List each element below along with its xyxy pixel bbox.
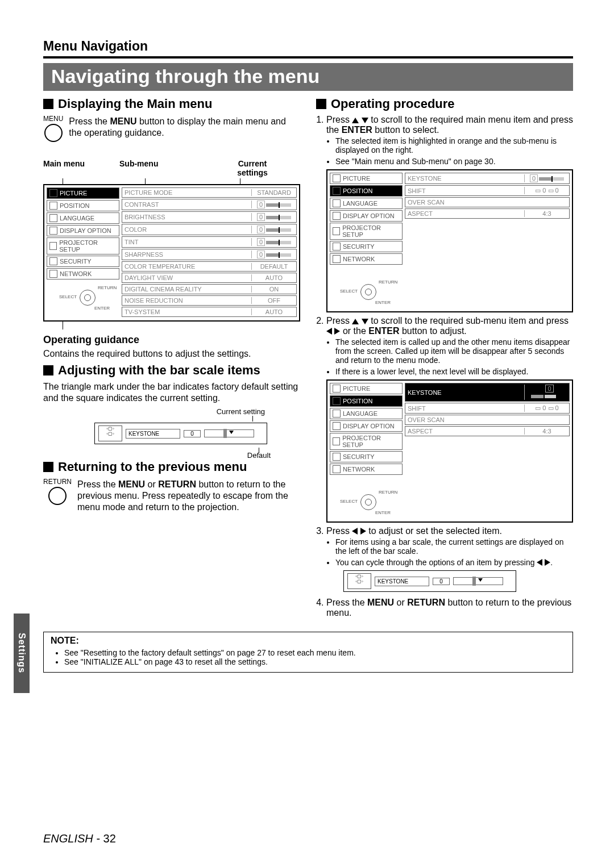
left-column: Displaying the Main menu MENU Press the … <box>43 97 300 621</box>
menu-item-icon <box>49 257 57 265</box>
osd-sub-item: OVER SCAN <box>405 197 570 207</box>
note-box: NOTE: See "Resetting to the factory defa… <box>43 632 573 673</box>
current-setting-pointer: Current setting <box>94 407 265 416</box>
note-item: See "INITIALIZE ALL" on page 43 to reset… <box>64 657 566 666</box>
osd-sub-item: ASPECT4:3 <box>405 426 570 436</box>
page-footer: ENGLISH - 32 <box>43 832 116 845</box>
side-tab-settings: Settings <box>14 614 30 693</box>
h-operating-guidance: Operating guidance <box>43 334 300 346</box>
osd-sub-item: KEYSTONE0 <box>405 173 570 184</box>
bullet-square-icon <box>43 99 53 109</box>
osd-main-item: LANGUAGE <box>47 212 119 224</box>
osd-main-menu: PICTUREPOSITIONLANGUAGEDISPLAY OPTIONPRO… <box>43 184 300 322</box>
osd-main-item: LANGUAGE <box>330 408 403 419</box>
osd-sub-item: SHIFT▭ 0 ▭ 0 <box>405 403 570 414</box>
up-arrow-icon <box>352 319 359 324</box>
step2-bullet: The selected item is called up and the o… <box>335 337 573 365</box>
menu-item-icon <box>49 227 57 235</box>
osd-sub-item: PICTURE MODESTANDARD <box>122 187 297 198</box>
osd-main-item: NETWORK <box>47 268 119 279</box>
osd-main-item: PICTURE <box>330 383 403 394</box>
menu-item-icon <box>333 174 341 182</box>
menu-item-icon <box>333 397 341 405</box>
h-displaying-main-menu: Displaying the Main menu <box>43 97 300 111</box>
osd-main-item: NETWORK <box>330 253 403 265</box>
step3-bullet: For items using a bar scale, the current… <box>335 537 573 556</box>
menu-item-icon <box>333 243 341 251</box>
operating-guidance-text: Contains the required buttons to adjust … <box>43 348 300 360</box>
osd-sub-item: TV-SYSTEMAUTO <box>122 307 297 317</box>
osd-main-item: DISPLAY OPTION <box>330 210 403 222</box>
return-button-icon <box>48 487 67 505</box>
osd-sub-item: DAYLIGHT VIEWAUTO <box>122 273 297 283</box>
step-1: Press to scroll to the required main men… <box>326 115 573 312</box>
menu-item-icon <box>333 227 340 235</box>
menu-item-icon <box>49 270 57 278</box>
osd-main-item: SECURITY <box>330 451 403 462</box>
section-rule <box>43 56 573 59</box>
default-pointer: Default <box>94 451 271 460</box>
barscale-example: ◦▢◦◦▢◦ KEYSTONE 0 <box>94 423 267 444</box>
menu-item-icon <box>333 199 341 207</box>
menu-item-icon <box>333 422 341 430</box>
left-arrow-icon <box>326 328 332 335</box>
osd-sub-item: NOISE REDUCTIONOFF <box>122 295 297 306</box>
step2-bullet: If there is a lower level, the next leve… <box>335 367 573 376</box>
menu-button-icon <box>44 124 63 142</box>
osd-sub-item: COLOR TEMPERATUREDEFAULT <box>122 261 297 272</box>
step-2: Press to scroll to the required sub-menu… <box>326 316 573 523</box>
right-arrow-icon <box>334 328 340 335</box>
step3-bullet: You can cycle through the options of an … <box>335 558 573 567</box>
osd-sub-item: ASPECT4:3 <box>405 208 570 219</box>
menu-item-icon <box>333 385 341 393</box>
down-arrow-icon <box>362 319 368 324</box>
menu-item-icon <box>333 437 340 445</box>
osd-sub-item: COLOR0 <box>122 224 297 235</box>
osd-main-item: POSITION <box>47 200 119 211</box>
menu-item-icon <box>49 189 57 197</box>
osd-bottom-tick <box>43 322 300 329</box>
osd-sub-item: TINT0 <box>122 236 297 248</box>
h-returning-previous: Returning to the previous menu <box>43 460 300 474</box>
left-arrow-icon <box>537 559 542 566</box>
note-title: NOTE: <box>51 636 566 646</box>
osd-main-item: SECURITY <box>330 241 403 252</box>
osd-main-item: PICTURE <box>330 173 403 184</box>
h-adjusting-bar-scale: Adjusting with the bar scale items <box>43 363 300 378</box>
menu-item-icon <box>333 453 341 461</box>
menu-button-graphic: MENU <box>43 115 63 144</box>
osd-step1: PICTUREPOSITIONLANGUAGEDISPLAY OPTIONPRO… <box>326 169 573 312</box>
dpad-icon: ◦▢◦◦▢◦ <box>347 573 371 589</box>
osd-main-item: SECURITY <box>47 256 119 267</box>
osd-sub-item: DIGITAL CINEMA REALITYON <box>122 284 297 294</box>
return-text: Press the MENU or RETURN button to retur… <box>77 479 300 513</box>
menu-item-icon <box>333 465 341 473</box>
step-4: Press the MENU or RETURN button to retur… <box>326 598 573 618</box>
bullet-square-icon <box>43 462 53 472</box>
osd-main-item: PROJECTOR SETUP <box>47 237 119 254</box>
menu-item-icon <box>49 242 57 250</box>
up-arrow-icon <box>352 118 359 123</box>
osd-main-item: DISPLAY OPTION <box>330 420 403 432</box>
note-item: See "Resetting to the factory default se… <box>64 648 566 657</box>
osd-main-item: PROJECTOR SETUP <box>330 223 403 240</box>
right-column: Operating procedure Press to scroll to t… <box>316 97 573 621</box>
h-operating-procedure: Operating procedure <box>316 97 573 111</box>
osd-main-item: NETWORK <box>330 464 403 475</box>
right-arrow-icon <box>360 528 366 535</box>
osd-main-item: DISPLAY OPTION <box>47 225 119 236</box>
page-banner: Navigating through the menu <box>43 63 573 91</box>
barscale-step3: ◦▢◦◦▢◦ KEYSTONE 0 <box>343 570 516 592</box>
menu-item-icon <box>333 255 341 263</box>
osd-sub-item: CONTRAST0 <box>122 199 297 210</box>
section-header: Menu Navigation <box>43 39 573 54</box>
menu-item-icon <box>49 214 57 222</box>
osd-main-item: PICTURE <box>47 187 119 199</box>
left-arrow-icon <box>352 528 358 535</box>
osd-main-item: POSITION <box>330 395 403 407</box>
menu-item-icon <box>49 202 57 210</box>
menu-item-icon <box>333 187 341 195</box>
osd-tick-lines <box>43 178 300 184</box>
osd-sub-item: SHARPNESS0 <box>122 249 297 260</box>
menu-item-icon <box>333 410 341 418</box>
